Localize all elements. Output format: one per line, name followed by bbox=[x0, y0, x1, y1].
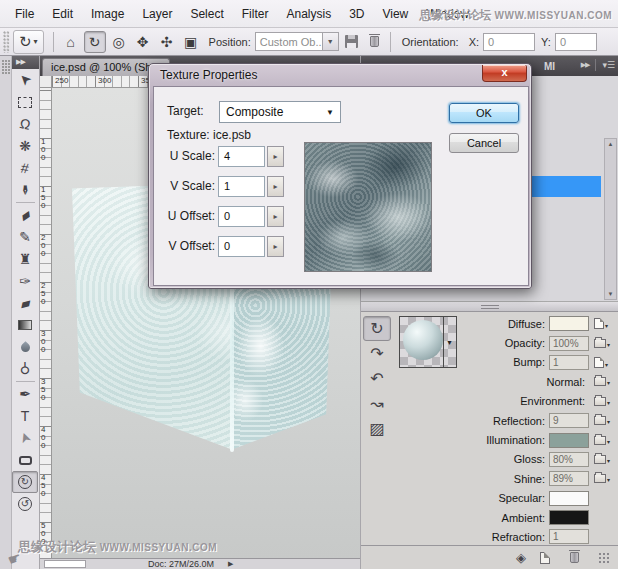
uscale-input[interactable]: 4 bbox=[218, 146, 265, 167]
brush-tool[interactable]: ✎ bbox=[12, 226, 38, 248]
options-bar-grip[interactable] bbox=[3, 31, 10, 53]
menu-item-file[interactable]: File bbox=[6, 7, 43, 21]
material-color-swatch[interactable] bbox=[549, 433, 589, 448]
roll-material-tool[interactable]: ↷ bbox=[363, 341, 391, 366]
marquee-tool[interactable] bbox=[12, 91, 38, 113]
material-value-field[interactable]: 80% bbox=[549, 452, 589, 467]
folder-icon[interactable] bbox=[594, 436, 606, 445]
voffset-input[interactable]: 0 bbox=[218, 236, 265, 257]
rotate-material-tool[interactable]: ↻ bbox=[363, 316, 391, 341]
close-icon[interactable]: x bbox=[482, 65, 527, 82]
slide-material-tool[interactable]: ↝ bbox=[363, 391, 391, 416]
roll-3d-object-button[interactable]: ◎ bbox=[108, 31, 130, 53]
collapse-panels-button[interactable]: ▶▶ bbox=[581, 61, 590, 69]
return-to-initial-position-button[interactable]: ⌂ bbox=[60, 31, 82, 53]
cancel-button[interactable]: Cancel bbox=[449, 133, 519, 153]
menu-item-view[interactable]: View bbox=[373, 7, 417, 21]
crop-tool[interactable]: # bbox=[12, 157, 38, 179]
3d-camera-rotate-tool[interactable]: ↺ bbox=[12, 493, 38, 515]
material-color-swatch[interactable] bbox=[549, 510, 589, 525]
list-scrollbar[interactable]: ▲ ▼ bbox=[604, 138, 617, 300]
healing-brush-tool[interactable]: ▰ bbox=[12, 204, 38, 226]
drag-material-tool[interactable]: ↶ bbox=[363, 366, 391, 391]
dodge-tool[interactable]: ⚲ bbox=[12, 358, 38, 380]
panel-divider[interactable] bbox=[361, 302, 618, 312]
type-tool[interactable]: T bbox=[12, 405, 38, 427]
menu-item-window[interactable]: Window bbox=[417, 7, 478, 21]
rotate-3d-object-button[interactable]: ↻ bbox=[84, 31, 106, 53]
material-value-field[interactable]: 1 bbox=[549, 529, 589, 544]
folder-icon[interactable] bbox=[594, 397, 606, 406]
uoffset-input[interactable]: 0 bbox=[218, 206, 265, 227]
path-selection-tool[interactable]: ➤ bbox=[12, 427, 38, 449]
eyedropper-tool[interactable]: ✒ bbox=[12, 179, 38, 201]
move-tool[interactable]: ➤ bbox=[12, 69, 38, 91]
scroll-up-icon[interactable]: ▲ bbox=[608, 141, 614, 147]
eraser-tool[interactable]: ▰ bbox=[12, 292, 38, 314]
material-color-swatch[interactable] bbox=[549, 316, 589, 331]
menu-item-analysis[interactable]: Analysis bbox=[277, 7, 340, 21]
delete-icon[interactable] bbox=[570, 552, 579, 563]
save-position-icon[interactable] bbox=[345, 35, 358, 48]
menu-item-filter[interactable]: Filter bbox=[233, 7, 278, 21]
status-menu-arrow-icon[interactable]: ▶ bbox=[228, 560, 233, 568]
material-value-field[interactable]: 100% bbox=[549, 336, 589, 351]
target-value: Composite bbox=[220, 105, 326, 119]
menu-item-image[interactable]: Image bbox=[82, 7, 133, 21]
shape-tool[interactable] bbox=[12, 449, 38, 471]
texture-icon[interactable] bbox=[594, 357, 604, 368]
folder-icon[interactable] bbox=[594, 416, 606, 425]
material-value-field[interactable]: 9 bbox=[549, 413, 589, 428]
new-item-icon[interactable] bbox=[540, 552, 550, 564]
blur-tool[interactable] bbox=[12, 336, 38, 358]
material-property-label: Environment: bbox=[397, 395, 589, 407]
material-value-field[interactable]: 1 bbox=[549, 355, 589, 370]
voffset-stepper[interactable]: ▸ bbox=[267, 236, 284, 257]
material-value-field[interactable]: 89% bbox=[549, 471, 589, 486]
folder-icon[interactable] bbox=[594, 455, 606, 464]
menu-item-3d[interactable]: 3D bbox=[340, 7, 373, 21]
ok-button[interactable]: OK bbox=[449, 103, 519, 123]
menu-item-select[interactable]: Select bbox=[181, 7, 232, 21]
folder-icon[interactable] bbox=[594, 474, 606, 483]
resize-grip[interactable] bbox=[599, 553, 609, 563]
material-color-swatch[interactable] bbox=[549, 491, 589, 506]
vscale-input[interactable]: 1 bbox=[218, 176, 265, 197]
pen-tool[interactable]: ✒ bbox=[12, 383, 38, 405]
scale-3d-object-button[interactable]: ▣ bbox=[180, 31, 202, 53]
menu-item-layer[interactable]: Layer bbox=[133, 7, 181, 21]
material-row: Diffuse:▾ bbox=[397, 314, 613, 333]
vscale-stepper[interactable]: ▸ bbox=[267, 176, 284, 197]
chevron-down-icon[interactable]: ▼ bbox=[322, 33, 338, 50]
position-dropdown[interactable]: Custom Ob... ▼ bbox=[255, 32, 339, 51]
pan-3d-object-button[interactable]: ✥ bbox=[132, 31, 154, 53]
uoffset-stepper[interactable]: ▸ bbox=[267, 206, 284, 227]
delete-position-icon[interactable] bbox=[370, 36, 379, 47]
panel-menu-button[interactable]: ▾☰ bbox=[602, 60, 615, 70]
scroll-down-icon[interactable]: ▼ bbox=[608, 291, 614, 297]
x-input[interactable]: 0 bbox=[483, 33, 535, 51]
brush-tool-icon: ✎ bbox=[19, 229, 31, 245]
menu-item-edit[interactable]: Edit bbox=[43, 7, 82, 21]
slide-3d-object-button[interactable]: ✣ bbox=[156, 31, 178, 53]
clone-stamp-tool[interactable]: ♜ bbox=[12, 248, 38, 270]
fill-material-tool[interactable]: ▨ bbox=[363, 416, 391, 441]
folder-icon[interactable] bbox=[594, 377, 606, 386]
texture-icon[interactable] bbox=[594, 318, 604, 329]
history-brush-tool[interactable]: ✑ bbox=[12, 270, 38, 292]
y-input[interactable]: 0 bbox=[555, 33, 597, 51]
target-dropdown[interactable]: Composite ▼ bbox=[219, 101, 341, 123]
active-tool-preview[interactable]: ↻ ▾ bbox=[13, 30, 44, 54]
quick-selection-tool[interactable]: ❋ bbox=[12, 135, 38, 157]
uoffset-label: U Offset: bbox=[154, 209, 218, 223]
zoom-field[interactable] bbox=[44, 560, 86, 568]
gradient-tool[interactable] bbox=[12, 314, 38, 336]
folder-icon[interactable] bbox=[594, 339, 606, 348]
3d-rotate-tool[interactable]: ↻ bbox=[12, 471, 38, 493]
collapse-toolbar-button[interactable]: ▶▶ bbox=[12, 56, 39, 69]
lasso-tool[interactable]: Ω bbox=[12, 113, 38, 135]
gradient-tool-icon bbox=[18, 320, 32, 330]
uscale-stepper[interactable]: ▸ bbox=[267, 146, 284, 167]
toggle-3d-extras-icon[interactable]: ◈ bbox=[516, 550, 526, 565]
panel-tab[interactable]: MI bbox=[544, 61, 555, 72]
